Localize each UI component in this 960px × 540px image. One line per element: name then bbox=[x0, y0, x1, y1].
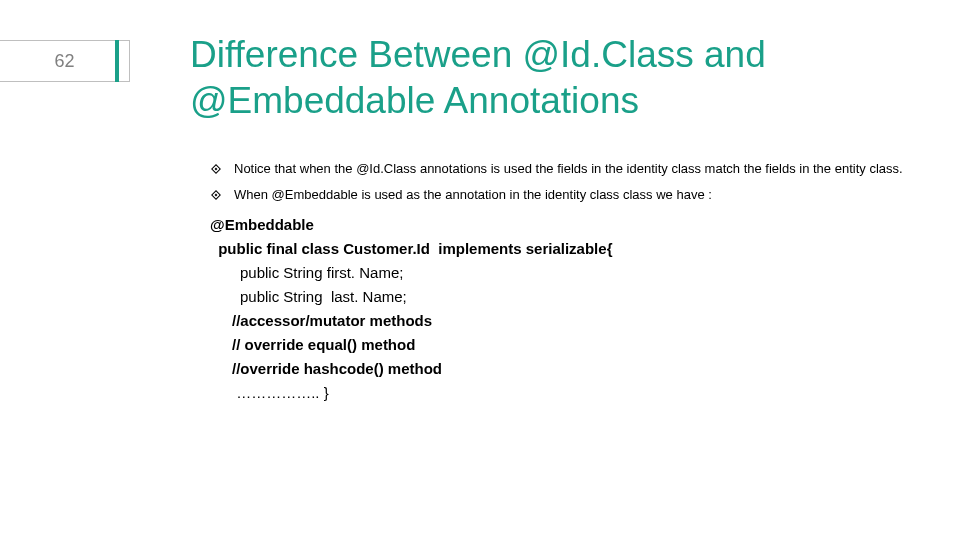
bullet-item: Notice that when the @Id.Class annotatio… bbox=[210, 160, 930, 178]
code-line: //override hashcode() method bbox=[210, 357, 930, 381]
diamond-bullet-icon bbox=[210, 189, 222, 201]
accent-bar bbox=[115, 40, 119, 82]
code-line: @Embeddable bbox=[210, 213, 930, 237]
code-block: @Embeddable public final class Customer.… bbox=[210, 213, 930, 405]
slide-content: Notice that when the @Id.Class annotatio… bbox=[210, 160, 930, 405]
svg-rect-3 bbox=[215, 193, 218, 196]
slide: 62 Difference Between @Id.Class and @Emb… bbox=[0, 0, 960, 540]
code-line: public String last. Name; bbox=[210, 285, 930, 309]
bullet-text: When @Embeddable is used as the annotati… bbox=[234, 186, 712, 204]
diamond-bullet-icon bbox=[210, 163, 222, 175]
bullet-item: When @Embeddable is used as the annotati… bbox=[210, 186, 930, 204]
svg-rect-1 bbox=[215, 168, 218, 171]
code-line: …………….. } bbox=[210, 381, 930, 405]
slide-title: Difference Between @Id.Class and @Embedd… bbox=[190, 32, 920, 125]
code-line: public final class Customer.Id implement… bbox=[210, 237, 930, 261]
code-line: // override equal() method bbox=[210, 333, 930, 357]
code-line: public String first. Name; bbox=[210, 261, 930, 285]
bullet-text: Notice that when the @Id.Class annotatio… bbox=[234, 160, 903, 178]
code-line: //accessor/mutator methods bbox=[210, 309, 930, 333]
page-number: 62 bbox=[54, 51, 74, 72]
page-number-box: 62 bbox=[0, 40, 130, 82]
